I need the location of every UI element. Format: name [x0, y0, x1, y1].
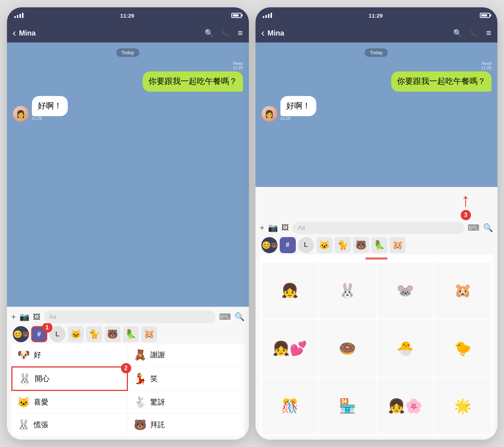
kw-beg[interactable]: 🐻 拜託	[128, 414, 244, 436]
right-tab-hash[interactable]: #	[280, 237, 296, 253]
sticker-6[interactable]: 🍩	[319, 320, 376, 377]
sticker-11[interactable]: 👧🌸	[377, 378, 434, 435]
right-plus-icon[interactable]: +	[260, 223, 265, 233]
left-sent-meta: Read 11:28	[143, 61, 243, 70]
kw-hao-label: 好	[34, 350, 41, 360]
right-input-row: + 📷 🖼 Aa ⌨ 🔍	[260, 222, 493, 234]
left-input-row: + 📷 🖼 Aa ⌨ 🔍	[11, 311, 244, 323]
right-status-right	[480, 13, 490, 18]
right-search-icon[interactable]: 🔍	[453, 29, 462, 37]
right-battery-fill	[481, 14, 487, 16]
right-sent-bubble: 你要跟我一起吃午餐嗎？	[391, 71, 492, 92]
kw-love-icon: 🐱	[17, 396, 30, 408]
right-tab-cat2[interactable]: 🐈	[335, 237, 351, 253]
right-tab-L[interactable]: L	[298, 237, 314, 253]
right-input-field[interactable]: Aa	[293, 222, 464, 234]
left-tab-bear2[interactable]: 🐻	[104, 326, 121, 342]
kw-hao[interactable]: 🐶 好	[11, 344, 128, 366]
right-tab-emoji[interactable]: 😊🐻	[261, 237, 277, 253]
sticker-2[interactable]: 🐰	[319, 262, 376, 319]
left-status-time: 11:29	[120, 12, 134, 19]
right-back-button[interactable]: ‹	[261, 27, 265, 39]
signal-bar-3	[19, 14, 21, 18]
left-image-icon[interactable]: 🖼	[33, 313, 40, 321]
left-chat-area: Today Read 11:28 你要跟我一起吃午餐嗎？ 👩	[7, 43, 249, 307]
right-sticker-tabs: 😊🐻 # L 🐱 🐈 🐻 🦜 🐹	[260, 234, 493, 255]
signal-bar-1	[14, 16, 16, 18]
scroll-handle	[260, 255, 493, 261]
left-phone: 11:29 ‹ Mina 🔍 📞 ≡ Today	[7, 7, 249, 440]
left-keyboard-icon[interactable]: ⌨	[219, 312, 231, 322]
left-input-field[interactable]: Aa	[44, 311, 215, 323]
left-call-icon[interactable]: 📞	[221, 29, 230, 37]
r-signal-bar-3	[268, 14, 269, 18]
kw-thanks-icon: 🧸	[134, 349, 147, 361]
left-signal-area	[14, 13, 23, 18]
kw-beg-label: 拜託	[150, 420, 165, 430]
sticker-1[interactable]: 👧	[261, 262, 319, 319]
kw-love[interactable]: 🐱 喜愛	[11, 391, 128, 414]
right-search-icon-input[interactable]: 🔍	[483, 223, 493, 233]
right-tab-bear2[interactable]: 🐻	[353, 237, 369, 253]
r-signal-bar-2	[265, 15, 267, 18]
sticker-7[interactable]: 🐣	[377, 320, 434, 377]
left-plus-icon[interactable]: +	[11, 312, 16, 322]
arrow-annotation-area: ↑ 3	[260, 191, 493, 222]
right-input-area: ↑ 3 + 📷 🖼 Aa ⌨ 🔍 😊🐻 #	[255, 187, 497, 440]
kw-laugh[interactable]: 💃 笑	[128, 366, 244, 391]
right-call-icon[interactable]: 📞	[470, 29, 479, 37]
right-avatar-img: 👩	[261, 106, 277, 122]
sticker-10[interactable]: 🏪	[319, 378, 376, 435]
left-tab-cat2[interactable]: 🐈	[86, 326, 102, 342]
sticker-3[interactable]: 🐭	[377, 262, 434, 319]
right-avatar: 👩	[261, 106, 277, 122]
right-camera-icon[interactable]: 📷	[268, 223, 278, 233]
right-recv-col: 好啊！ 11:28	[280, 96, 316, 122]
right-battery	[480, 13, 490, 18]
left-recv-row: 👩 好啊！ 11:28	[13, 96, 243, 122]
sticker-5[interactable]: 👧💕	[261, 320, 319, 377]
left-search-icon[interactable]: 🔍	[205, 29, 214, 37]
sticker-12[interactable]: 🌟	[434, 378, 492, 435]
right-status-bar: 11:29	[255, 7, 497, 23]
step1-badge: 1	[42, 323, 52, 333]
kw-panic[interactable]: 🐰 慌張	[11, 414, 128, 436]
kw-surprise[interactable]: 🐇 驚訝	[128, 391, 244, 414]
sticker-8[interactable]: 🐤	[434, 320, 492, 377]
left-menu-icon[interactable]: ≡	[238, 28, 243, 38]
left-camera-icon[interactable]: 📷	[19, 312, 29, 322]
left-tab-cat[interactable]: 🐱	[68, 326, 84, 342]
right-nav-icons: 🔍 📞 ≡	[453, 28, 491, 38]
right-image-icon[interactable]: 🖼	[282, 224, 289, 232]
left-tab-emoji[interactable]: 😊🐻	[13, 326, 29, 342]
right-status-time: 11:29	[369, 12, 383, 19]
right-keyboard-icon[interactable]: ⌨	[468, 223, 479, 233]
right-sent-row: Read 11:28 你要跟我一起吃午餐嗎？	[261, 61, 492, 92]
left-search-icon-input[interactable]: 🔍	[235, 312, 244, 322]
sticker-9[interactable]: 🎊	[261, 378, 319, 435]
right-tab-cat[interactable]: 🐱	[316, 237, 332, 253]
right-sent-meta: Read 11:28	[391, 61, 492, 70]
left-back-button[interactable]: ‹	[13, 27, 16, 39]
kw-happy[interactable]: 🐰 開心 2	[11, 366, 128, 391]
right-date-badge: Today	[365, 48, 388, 57]
left-status-right	[231, 13, 242, 18]
right-recv-meta: 11:28	[280, 116, 316, 121]
kw-laugh-icon: 💃	[134, 373, 147, 385]
arrow-up-icon: ↑	[461, 191, 470, 209]
right-tab-bird[interactable]: 🦜	[371, 237, 387, 253]
kw-happy-icon: 🐰	[18, 373, 31, 385]
right-tab-hamster[interactable]: 🐹	[390, 237, 406, 253]
left-tab-hamster[interactable]: 🐹	[141, 326, 157, 342]
right-recv-bubble: 好啊！	[280, 96, 316, 116]
left-avatar: 👩	[13, 106, 29, 122]
step3-badge: 3	[461, 210, 471, 220]
right-menu-icon[interactable]: ≡	[486, 28, 491, 38]
sticker-4[interactable]: 🐹	[434, 262, 492, 319]
left-sent-row: Read 11:28 你要跟我一起吃午餐嗎？	[13, 61, 243, 92]
left-tab-bird[interactable]: 🦜	[123, 326, 139, 342]
right-nav-title: Mina	[268, 29, 453, 37]
left-input-area: + 📷 🖼 Aa ⌨ 🔍 😊🐻 # 1	[7, 307, 249, 440]
kw-thanks[interactable]: 🧸 謝謝	[128, 344, 244, 366]
left-status-bar: 11:29	[7, 7, 249, 23]
